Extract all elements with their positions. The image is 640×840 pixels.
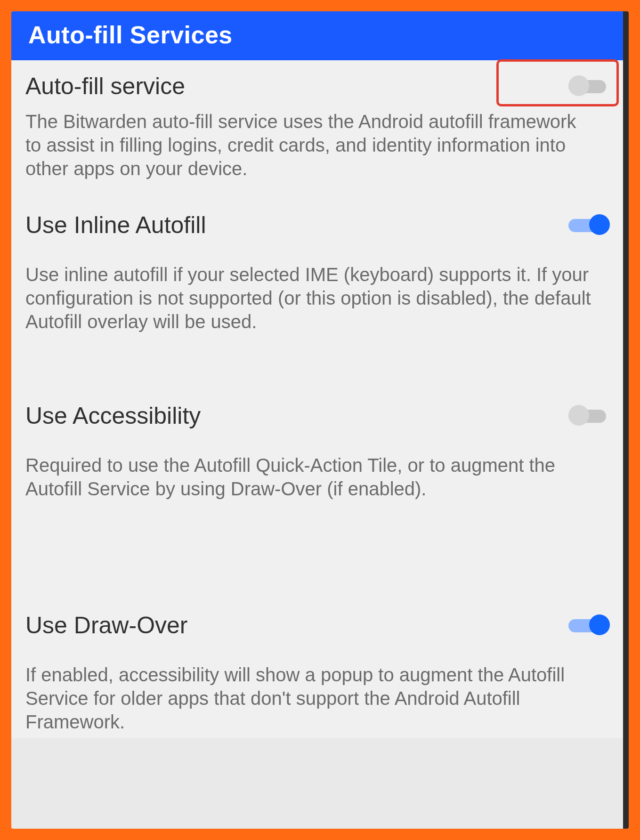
spacer	[11, 185, 623, 199]
inline-autofill-toggle[interactable]	[568, 214, 609, 235]
settings-list: Auto-fill service The Bitwarden auto-fil…	[11, 60, 623, 738]
setting-title: Use Draw-Over	[25, 613, 568, 638]
setting-desc: Use inline autofill if your selected IME…	[25, 263, 609, 333]
setting-desc: If enabled, accessibility will show a po…	[25, 663, 609, 734]
setting-inline-autofill[interactable]: Use Inline Autofill Use inline autofill …	[11, 199, 623, 338]
phone-frame: Auto-fill Services Auto-fill service The…	[11, 11, 629, 829]
toggle-thumb	[568, 405, 589, 426]
setting-title: Use Inline Autofill	[25, 212, 568, 238]
setting-title: Use Accessibility	[25, 403, 568, 429]
setting-desc: The Bitwarden auto-fill service uses the…	[25, 110, 609, 180]
app-bar: Auto-fill Services	[11, 11, 623, 60]
toggle-thumb	[568, 75, 589, 96]
spacer	[11, 505, 623, 599]
setting-title: Auto-fill service	[25, 73, 568, 99]
setting-autofill-service[interactable]: Auto-fill service The Bitwarden auto-fil…	[11, 60, 623, 185]
accessibility-toggle[interactable]	[568, 405, 609, 426]
toggle-thumb	[589, 614, 610, 635]
setting-accessibility[interactable]: Use Accessibility Required to use the Au…	[11, 390, 623, 505]
autofill-service-toggle[interactable]	[568, 75, 609, 96]
setting-desc: Required to use the Autofill Quick-Actio…	[25, 453, 609, 501]
toggle-thumb	[589, 214, 610, 235]
setting-draw-over[interactable]: Use Draw-Over If enabled, accessibility …	[11, 599, 623, 738]
spacer	[11, 338, 623, 390]
draw-over-toggle[interactable]	[568, 614, 609, 635]
page-title: Auto-fill Services	[28, 21, 233, 48]
